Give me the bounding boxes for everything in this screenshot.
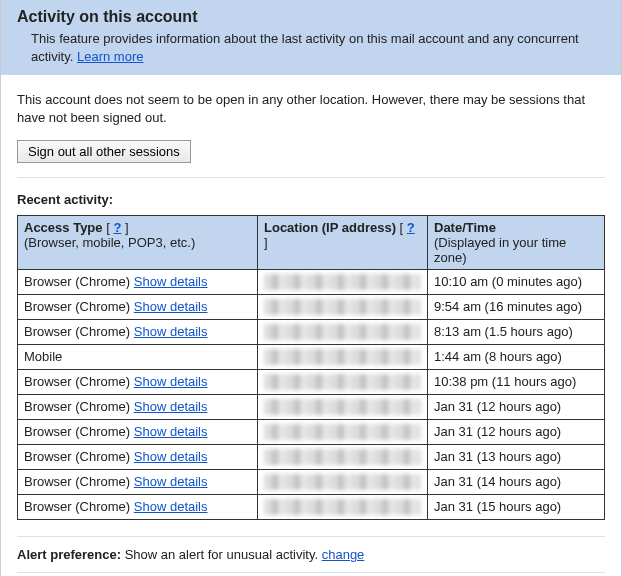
datetime-cell: Jan 31 (14 hours ago) [428,470,605,495]
access-type-cell: Browser (Chrome) Show details [18,420,258,445]
datetime-cell: Jan 31 (13 hours ago) [428,445,605,470]
access-type-header: Access Type [ ? ] (Browser, mobile, POP3… [18,216,258,270]
show-details-link[interactable]: Show details [134,474,208,489]
ip-redacted [264,349,421,365]
alert-preference-label: Alert preference: [17,547,121,562]
ip-redacted [264,299,421,315]
access-type-text: Browser (Chrome) [24,424,134,439]
table-row: Browser (Chrome) Show detailsJan 31 (15 … [18,495,605,520]
access-type-cell: Browser (Chrome) Show details [18,470,258,495]
page-subtitle: This feature provides information about … [13,30,609,65]
show-details-link[interactable]: Show details [134,424,208,439]
location-header: Location (IP address) [ ? ] [258,216,428,270]
location-cell [258,495,428,520]
location-cell [258,320,428,345]
location-cell [258,445,428,470]
sign-out-sessions-button[interactable]: Sign out all other sessions [17,140,191,163]
show-details-link[interactable]: Show details [134,399,208,414]
datetime-cell: Jan 31 (12 hours ago) [428,395,605,420]
datetime-cell: Jan 31 (15 hours ago) [428,495,605,520]
datetime-cell: 8:13 am (1.5 hours ago) [428,320,605,345]
access-type-cell: Mobile [18,345,258,370]
access-type-text: Browser (Chrome) [24,499,134,514]
access-type-header-sub: (Browser, mobile, POP3, etc.) [24,235,251,250]
location-cell [258,295,428,320]
access-type-text: Browser (Chrome) [24,474,134,489]
show-details-link[interactable]: Show details [134,449,208,464]
location-help-icon[interactable]: ? [407,220,415,235]
alert-change-link[interactable]: change [322,547,365,562]
recent-activity-label: Recent activity: [17,192,605,207]
table-row: Browser (Chrome) Show details8:13 am (1.… [18,320,605,345]
access-type-cell: Browser (Chrome) Show details [18,395,258,420]
access-type-cell: Browser (Chrome) Show details [18,495,258,520]
access-type-cell: Browser (Chrome) Show details [18,370,258,395]
location-cell [258,345,428,370]
table-row: Browser (Chrome) Show detailsJan 31 (12 … [18,420,605,445]
access-type-header-main: Access Type [24,220,103,235]
status-text: This account does not seem to be open in… [17,91,605,126]
table-row: Browser (Chrome) Show details10:38 pm (1… [18,370,605,395]
ip-redacted [264,474,421,490]
ip-redacted [264,274,421,290]
alert-preference-row: Alert preference: Show an alert for unus… [17,536,605,573]
ip-redacted [264,499,421,515]
location-cell [258,420,428,445]
table-row: Mobile1:44 am (8 hours ago) [18,345,605,370]
access-type-text: Mobile [24,349,62,364]
access-type-text: Browser (Chrome) [24,399,134,414]
show-details-link[interactable]: Show details [134,374,208,389]
datetime-header: Date/Time (Displayed in your time zone) [428,216,605,270]
datetime-cell: 10:10 am (0 minutes ago) [428,270,605,295]
access-type-text: Browser (Chrome) [24,324,134,339]
access-type-cell: Browser (Chrome) Show details [18,320,258,345]
access-type-text: Browser (Chrome) [24,274,134,289]
activity-table: Access Type [ ? ] (Browser, mobile, POP3… [17,215,605,520]
table-row: Browser (Chrome) Show details9:54 am (16… [18,295,605,320]
show-details-link[interactable]: Show details [134,324,208,339]
datetime-cell: 1:44 am (8 hours ago) [428,345,605,370]
table-row: Browser (Chrome) Show detailsJan 31 (12 … [18,395,605,420]
datetime-cell: 9:54 am (16 minutes ago) [428,295,605,320]
show-details-link[interactable]: Show details [134,499,208,514]
ip-redacted [264,374,421,390]
access-type-text: Browser (Chrome) [24,449,134,464]
ip-redacted [264,424,421,440]
location-cell [258,270,428,295]
ip-redacted [264,324,421,340]
datetime-header-sub: (Displayed in your time zone) [434,235,598,265]
ip-redacted [264,399,421,415]
ip-redacted [264,449,421,465]
location-header-main: Location (IP address) [264,220,396,235]
table-row: Browser (Chrome) Show detailsJan 31 (14 … [18,470,605,495]
datetime-cell: 10:38 pm (11 hours ago) [428,370,605,395]
table-row: Browser (Chrome) Show details10:10 am (0… [18,270,605,295]
access-type-cell: Browser (Chrome) Show details [18,295,258,320]
show-details-link[interactable]: Show details [134,274,208,289]
page-title: Activity on this account [13,8,609,26]
access-type-cell: Browser (Chrome) Show details [18,270,258,295]
location-cell [258,470,428,495]
access-type-text: Browser (Chrome) [24,299,134,314]
datetime-cell: Jan 31 (12 hours ago) [428,420,605,445]
table-row: Browser (Chrome) Show detailsJan 31 (13 … [18,445,605,470]
alert-preference-text: Show an alert for unusual activity. [121,547,322,562]
access-type-text: Browser (Chrome) [24,374,134,389]
show-details-link[interactable]: Show details [134,299,208,314]
datetime-header-main: Date/Time [434,220,496,235]
access-type-cell: Browser (Chrome) Show details [18,445,258,470]
learn-more-link[interactable]: Learn more [77,49,143,64]
location-cell [258,395,428,420]
location-cell [258,370,428,395]
